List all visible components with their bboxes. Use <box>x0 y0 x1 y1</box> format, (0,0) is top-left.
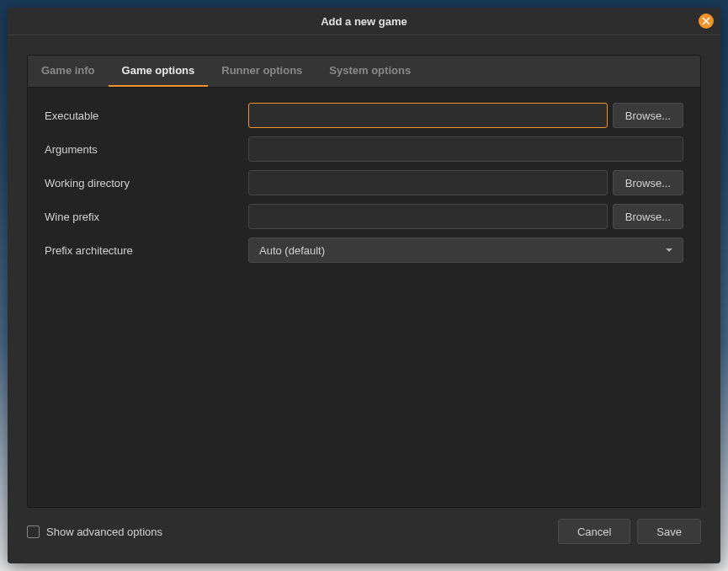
row-prefix-architecture: Prefix architecture Auto (default) <box>45 237 683 263</box>
content-area: Game info Game options Runner options Sy… <box>8 35 720 563</box>
executable-input[interactable] <box>248 103 608 128</box>
wine-prefix-browse-button[interactable]: Browse... <box>613 204 683 229</box>
cancel-button[interactable]: Cancel <box>558 519 630 544</box>
chevron-down-icon <box>666 248 672 252</box>
advanced-options-checkbox[interactable] <box>27 526 40 538</box>
wine-prefix-input[interactable] <box>248 204 608 229</box>
tab-runner-options[interactable]: Runner options <box>208 56 316 87</box>
wine-prefix-field: Browse... <box>248 204 683 229</box>
advanced-options-toggle[interactable]: Show advanced options <box>27 526 162 538</box>
row-working-directory: Working directory Browse... <box>45 170 683 195</box>
tabs: Game info Game options Runner options Sy… <box>28 56 700 88</box>
prefix-architecture-label: Prefix architecture <box>45 244 248 257</box>
close-icon <box>702 17 710 25</box>
working-directory-input[interactable] <box>248 170 608 195</box>
row-wine-prefix: Wine prefix Browse... <box>45 204 683 229</box>
executable-label: Executable <box>45 109 248 122</box>
options-panel: Game info Game options Runner options Sy… <box>27 55 701 508</box>
save-button[interactable]: Save <box>637 519 701 544</box>
tab-system-options[interactable]: System options <box>316 56 424 87</box>
row-executable: Executable Browse... <box>45 103 683 128</box>
tab-game-options[interactable]: Game options <box>109 56 209 87</box>
arguments-field <box>248 136 683 162</box>
working-directory-label: Working directory <box>45 177 248 189</box>
form-body: Executable Browse... Arguments Working d… <box>28 88 700 507</box>
dialog-title: Add a new game <box>321 15 407 28</box>
row-arguments: Arguments <box>45 136 683 162</box>
prefix-architecture-select[interactable]: Auto (default) <box>248 237 683 263</box>
arguments-label: Arguments <box>45 143 248 156</box>
prefix-architecture-value: Auto (default) <box>259 244 325 257</box>
working-directory-browse-button[interactable]: Browse... <box>613 170 683 195</box>
executable-field: Browse... <box>248 103 683 128</box>
titlebar: Add a new game <box>8 8 720 35</box>
executable-browse-button[interactable]: Browse... <box>613 103 683 128</box>
working-directory-field: Browse... <box>248 170 683 195</box>
dialog-footer: Show advanced options Cancel Save <box>27 508 701 544</box>
wine-prefix-label: Wine prefix <box>45 211 248 223</box>
prefix-architecture-field: Auto (default) <box>248 237 683 263</box>
arguments-input[interactable] <box>248 136 683 162</box>
close-button[interactable] <box>699 13 714 29</box>
tab-game-info[interactable]: Game info <box>28 56 109 87</box>
advanced-options-label: Show advanced options <box>46 526 162 538</box>
add-game-dialog: Add a new game Game info Game options Ru… <box>8 8 720 563</box>
